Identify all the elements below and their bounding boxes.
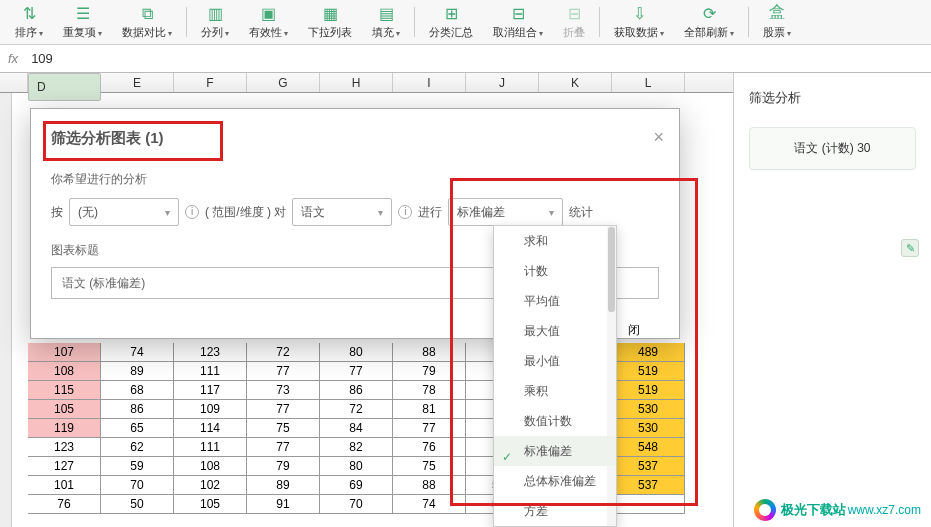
cell[interactable]: 70: [320, 495, 393, 514]
by-select[interactable]: (无)▾: [69, 198, 179, 226]
cell[interactable]: 79: [393, 362, 466, 381]
cell[interactable]: 88: [393, 476, 466, 495]
cell[interactable]: 80: [320, 343, 393, 362]
dropdown-item[interactable]: 乘积: [494, 376, 616, 406]
info-icon[interactable]: i: [185, 205, 199, 219]
cell[interactable]: 68: [101, 381, 174, 400]
cell[interactable]: 59: [101, 457, 174, 476]
cell[interactable]: 62: [101, 438, 174, 457]
cell[interactable]: 101: [28, 476, 101, 495]
cell[interactable]: 530: [612, 400, 685, 419]
close-button[interactable]: 闭: [620, 320, 648, 340]
col-header[interactable]: L: [612, 73, 685, 92]
cell[interactable]: 76: [28, 495, 101, 514]
stat-select[interactable]: 标准偏差▾: [448, 198, 563, 226]
col-header[interactable]: E: [101, 73, 174, 92]
ribbon-stock[interactable]: 盒股票▾: [753, 1, 801, 43]
ribbon-refresh[interactable]: ⟳全部刷新▾: [674, 1, 744, 43]
col-header[interactable]: K: [539, 73, 612, 92]
cell[interactable]: 69: [320, 476, 393, 495]
ribbon-compare[interactable]: ⧉数据对比▾: [112, 1, 182, 43]
dropdown-item[interactable]: 平均值: [494, 286, 616, 316]
dropdown-item[interactable]: 最大值: [494, 316, 616, 346]
cell[interactable]: 72: [247, 343, 320, 362]
cell[interactable]: 537: [612, 476, 685, 495]
col-header[interactable]: I: [393, 73, 466, 92]
cell[interactable]: 79: [247, 457, 320, 476]
dropdown-item[interactable]: ✓标准偏差: [494, 436, 616, 466]
cell[interactable]: 77: [247, 438, 320, 457]
ribbon-subtotal[interactable]: ⊞分类汇总: [419, 1, 483, 43]
cell[interactable]: 76: [393, 438, 466, 457]
cell[interactable]: 119: [28, 419, 101, 438]
ribbon-ungroup[interactable]: ⊟取消组合▾: [483, 1, 553, 43]
filter-card[interactable]: 语文 (计数) 30: [749, 127, 916, 170]
ribbon-split[interactable]: ▥分列▾: [191, 1, 239, 43]
cell[interactable]: 114: [174, 419, 247, 438]
cell[interactable]: 530: [612, 419, 685, 438]
cell[interactable]: 127: [28, 457, 101, 476]
cell[interactable]: 81: [393, 400, 466, 419]
ribbon-fill[interactable]: ▤填充▾: [362, 1, 410, 43]
cell[interactable]: 89: [101, 362, 174, 381]
col-header[interactable]: F: [174, 73, 247, 92]
dropdown-item[interactable]: 计数: [494, 256, 616, 286]
dropdown-item[interactable]: 总体标准偏差: [494, 466, 616, 496]
cell[interactable]: 519: [612, 362, 685, 381]
cell[interactable]: 70: [101, 476, 174, 495]
col-header[interactable]: G: [247, 73, 320, 92]
cell[interactable]: 489: [612, 343, 685, 362]
cell[interactable]: 86: [101, 400, 174, 419]
fx-label[interactable]: fx: [0, 51, 26, 66]
formula-value[interactable]: 109: [26, 51, 931, 66]
info-icon[interactable]: i: [398, 205, 412, 219]
cell[interactable]: 77: [247, 400, 320, 419]
cell[interactable]: 123: [174, 343, 247, 362]
dropdown-item[interactable]: 最小值: [494, 346, 616, 376]
cell[interactable]: 77: [247, 362, 320, 381]
cell[interactable]: 74: [101, 343, 174, 362]
cell[interactable]: 82: [320, 438, 393, 457]
cell[interactable]: 65: [101, 419, 174, 438]
ribbon-dropdown[interactable]: ▦下拉列表: [298, 1, 362, 43]
cell[interactable]: 115: [28, 381, 101, 400]
cell[interactable]: 107: [28, 343, 101, 362]
ribbon-getdata[interactable]: ⇩获取数据▾: [604, 1, 674, 43]
cell[interactable]: 72: [320, 400, 393, 419]
cell[interactable]: 75: [247, 419, 320, 438]
cell[interactable]: 86: [320, 381, 393, 400]
cell[interactable]: 77: [393, 419, 466, 438]
dropdown-item[interactable]: 求和: [494, 226, 616, 256]
ribbon-sort[interactable]: ⇅排序▾: [5, 1, 53, 43]
dropdown-item[interactable]: 方差: [494, 496, 616, 526]
cell[interactable]: 91: [247, 495, 320, 514]
ribbon-collapse[interactable]: ⊟折叠: [553, 1, 595, 43]
cell[interactable]: 75: [393, 457, 466, 476]
dim-select[interactable]: 语文▾: [292, 198, 392, 226]
dropdown-item[interactable]: 数值计数: [494, 406, 616, 436]
cell[interactable]: [612, 495, 685, 514]
cell[interactable]: 88: [393, 343, 466, 362]
cell[interactable]: 111: [174, 362, 247, 381]
cell[interactable]: 77: [320, 362, 393, 381]
ribbon-valid[interactable]: ▣有效性▾: [239, 1, 298, 43]
cell[interactable]: 108: [174, 457, 247, 476]
cell[interactable]: 80: [320, 457, 393, 476]
cell[interactable]: 111: [174, 438, 247, 457]
cell[interactable]: 117: [174, 381, 247, 400]
edit-icon[interactable]: ✎: [901, 239, 919, 257]
cell[interactable]: 548: [612, 438, 685, 457]
cell[interactable]: 78: [393, 381, 466, 400]
cell[interactable]: 519: [612, 381, 685, 400]
cell[interactable]: 108: [28, 362, 101, 381]
close-icon[interactable]: ×: [653, 127, 664, 148]
cell[interactable]: 89: [247, 476, 320, 495]
col-header[interactable]: J: [466, 73, 539, 92]
cell[interactable]: 105: [174, 495, 247, 514]
cell[interactable]: 105: [28, 400, 101, 419]
cell[interactable]: 74: [393, 495, 466, 514]
cell[interactable]: 102: [174, 476, 247, 495]
cell[interactable]: 123: [28, 438, 101, 457]
cell[interactable]: 84: [320, 419, 393, 438]
cell[interactable]: 73: [247, 381, 320, 400]
